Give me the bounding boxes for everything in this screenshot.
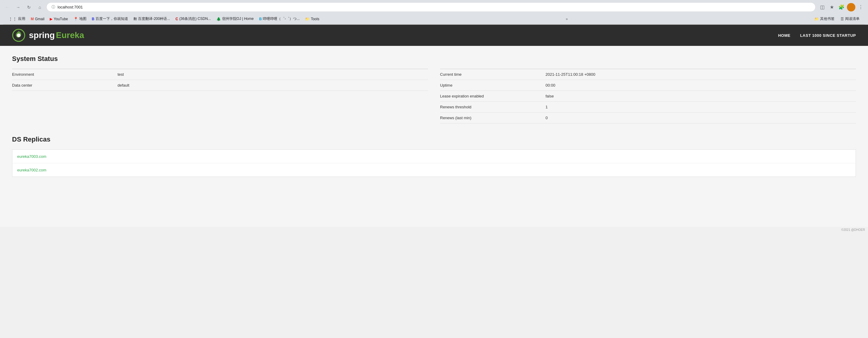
renews-last-label: Renews (last min): [440, 116, 546, 120]
uptime-value: 00:00: [546, 83, 555, 87]
lock-icon: ⓘ: [52, 4, 55, 10]
svg-point-1: [17, 33, 21, 37]
bookmark-translate-label: 百度翻译-200种语...: [138, 16, 170, 22]
datacenter-value: default: [118, 83, 129, 87]
puzzle-button[interactable]: 🧩: [837, 3, 846, 11]
current-time-value: 2021-11-25T11:00:18 +0800: [546, 72, 595, 77]
table-row: Uptime 00:00: [440, 80, 856, 91]
footer-text: ©2021 @DHOER: [841, 228, 865, 231]
replica-link-1[interactable]: eureka7003.com: [17, 154, 46, 159]
list-item: eureka7003.com: [12, 150, 856, 163]
lease-label: Lease expiration enabled: [440, 94, 546, 98]
bookmark-maps[interactable]: 📍 地图: [71, 16, 89, 22]
table-row: Renews (last min) 0: [440, 113, 856, 123]
other-bookmarks[interactable]: 📁 其他书签: [812, 16, 837, 22]
bookmark-oj-label: 宿州学院OJ | Home: [222, 16, 254, 22]
eureka-navbar: spring Eureka HOME LAST 1000 SINCE START…: [0, 25, 868, 46]
tools-icon: 📁: [305, 17, 310, 21]
reading-list-icon: ☰: [841, 17, 844, 21]
eureka-logo-icon: [12, 29, 25, 42]
youtube-icon: ▶: [50, 17, 53, 21]
browser-chrome: ← → ↻ ⌂ ⓘ localhost:7001 ◫ ★ 🧩 ⋮ ⋮⋮ 应用 M…: [0, 0, 868, 25]
logo-text: spring Eureka: [29, 30, 84, 40]
nav-home-link[interactable]: HOME: [778, 33, 790, 38]
replicas-table: eureka7003.com eureka7002.com: [12, 149, 856, 177]
nav-links: HOME LAST 1000 SINCE STARTUP: [778, 33, 856, 38]
bookmark-youtube[interactable]: ▶ YouTube: [47, 16, 70, 22]
baidu-icon: B: [92, 17, 95, 21]
apps-icon: ⋮⋮: [8, 17, 17, 22]
right-status-table: Current time 2021-11-25T11:00:18 +0800 U…: [440, 69, 856, 123]
bookmark-baidu-label: 百度一下，你就知道: [96, 16, 128, 22]
oj-icon: 🌲: [216, 17, 221, 21]
current-time-label: Current time: [440, 72, 546, 77]
eureka-logo: spring Eureka: [12, 29, 84, 42]
bookmark-maps-label: 地图: [79, 16, 87, 22]
bookmark-bilibili-label: 哔哩哔哩（゜-゜）つ...: [263, 16, 300, 22]
renews-last-value: 0: [546, 116, 548, 120]
env-label: Environment: [12, 72, 118, 77]
home-button[interactable]: ⌂: [36, 3, 44, 11]
reading-list[interactable]: ☰ 阅读清单: [838, 16, 862, 22]
bookmark-bilibili[interactable]: B 哔哩哔哩（゜-゜）つ...: [257, 16, 302, 22]
url-text: localhost:7001: [58, 5, 83, 9]
bookmark-csdn[interactable]: C (36条消息) CSDN...: [173, 16, 213, 22]
bookmark-oj[interactable]: 🌲 宿州学院OJ | Home: [214, 16, 256, 22]
reading-list-label: 阅读清单: [845, 16, 860, 22]
csdn-icon: C: [176, 17, 178, 21]
main-content: System Status Environment test Data cent…: [0, 46, 868, 227]
uptime-label: Uptime: [440, 83, 546, 87]
ds-replicas-section: DS Replicas eureka7003.com eureka7002.co…: [12, 136, 856, 177]
bookmark-translate[interactable]: 翻 百度翻译-200种语...: [131, 16, 173, 22]
list-item: eureka7002.com: [12, 163, 856, 176]
page-footer: ©2021 @DHOER: [0, 227, 868, 233]
bookmark-gmail-label: Gmail: [35, 17, 44, 21]
menu-button[interactable]: ⋮: [857, 3, 865, 11]
logo-eureka-text: Eureka: [56, 30, 84, 40]
replica-link-2[interactable]: eureka7002.com: [17, 168, 46, 172]
logo-spring-text: spring: [29, 30, 55, 40]
bookmarks-overflow[interactable]: »: [564, 16, 569, 22]
bookmark-apps[interactable]: ⋮⋮ 应用: [6, 16, 28, 22]
bookmark-youtube-label: YouTube: [54, 17, 68, 21]
bookmark-tools-label: Tools: [311, 17, 319, 21]
env-value: test: [118, 72, 124, 77]
bookmark-apps-label: 应用: [18, 16, 25, 22]
left-status-table: Environment test Data center default: [12, 69, 428, 123]
browser-actions: ◫ ★ 🧩 ⋮: [818, 3, 865, 11]
table-row: Environment test: [12, 69, 428, 80]
translate-icon: 翻: [133, 17, 137, 21]
bookmark-gmail[interactable]: M Gmail: [28, 16, 47, 22]
reload-button[interactable]: ↻: [25, 3, 33, 11]
forward-button[interactable]: →: [14, 3, 22, 11]
bilibili-icon: B: [259, 17, 262, 21]
extensions-button[interactable]: ◫: [818, 3, 827, 11]
bookmarks-right: 📁 其他书签 ☰ 阅读清单: [812, 16, 862, 22]
status-tables: Environment test Data center default Cur…: [12, 69, 856, 123]
datacenter-label: Data center: [12, 83, 118, 87]
profile-button[interactable]: [847, 3, 855, 11]
bookmark-button[interactable]: ★: [828, 3, 836, 11]
table-row: Current time 2021-11-25T11:00:18 +0800: [440, 69, 856, 80]
bookmark-baidu[interactable]: B 百度一下，你就知道: [90, 16, 131, 22]
folder-icon: 📁: [814, 17, 819, 21]
back-button[interactable]: ←: [3, 3, 11, 11]
other-bookmarks-label: 其他书签: [820, 16, 835, 22]
address-bar[interactable]: ⓘ localhost:7001: [46, 2, 815, 12]
bookmark-tools[interactable]: 📁 Tools: [303, 16, 321, 22]
nav-last-link[interactable]: LAST 1000 SINCE STARTUP: [800, 33, 856, 38]
browser-controls: ← → ↻ ⌂ ⓘ localhost:7001 ◫ ★ 🧩 ⋮: [3, 2, 865, 12]
table-row: Data center default: [12, 80, 428, 91]
bookmarks-bar: ⋮⋮ 应用 M Gmail ▶ YouTube 📍 地图 B 百度一下，你就知道…: [3, 14, 865, 24]
lease-value: false: [546, 94, 554, 98]
system-status-title: System Status: [12, 55, 856, 63]
maps-icon: 📍: [73, 17, 78, 21]
gmail-icon: M: [31, 17, 34, 21]
ds-replicas-title: DS Replicas: [12, 136, 856, 143]
table-row: Lease expiration enabled false: [440, 91, 856, 102]
bookmark-csdn-label: (36条消息) CSDN...: [179, 16, 211, 22]
renews-threshold-value: 1: [546, 105, 548, 109]
table-row: Renews threshold 1: [440, 102, 856, 113]
renews-threshold-label: Renews threshold: [440, 105, 546, 109]
